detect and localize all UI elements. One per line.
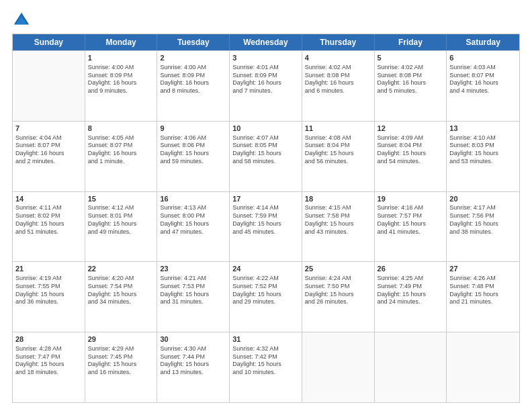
- sunset-text: Sunset: 7:49 PM: [378, 283, 444, 291]
- calendar-cell: 6Sunrise: 4:03 AMSunset: 8:07 PMDaylight…: [447, 51, 519, 121]
- day-number: 27: [449, 264, 517, 274]
- day-number: 9: [160, 124, 226, 134]
- calendar-cell: 28Sunrise: 4:28 AMSunset: 7:47 PMDayligh…: [13, 332, 85, 402]
- daylight-text-cont: and 29 minutes.: [232, 298, 299, 306]
- day-number: 28: [15, 334, 82, 345]
- calendar-cell: 18Sunrise: 4:15 AMSunset: 7:58 PMDayligh…: [302, 192, 375, 262]
- daylight-text: Daylight: 15 hours: [160, 291, 226, 299]
- sunrise-text: Sunrise: 4:02 AM: [378, 64, 444, 72]
- daylight-text-cont: and 58 minutes.: [232, 158, 299, 166]
- calendar-cell: [302, 332, 375, 402]
- calendar-cell: 24Sunrise: 4:22 AMSunset: 7:52 PMDayligh…: [230, 262, 302, 332]
- daylight-text-cont: and 8 minutes.: [160, 87, 226, 95]
- calendar-row: 14Sunrise: 4:11 AMSunset: 8:02 PMDayligh…: [13, 191, 519, 262]
- calendar-cell: 23Sunrise: 4:21 AMSunset: 7:53 PMDayligh…: [157, 262, 230, 332]
- daylight-text: Daylight: 15 hours: [88, 361, 154, 369]
- calendar-row: 1Sunrise: 4:00 AMSunset: 8:09 PMDaylight…: [13, 50, 519, 121]
- daylight-text-cont: and 41 minutes.: [378, 228, 444, 236]
- sunrise-text: Sunrise: 4:28 AM: [15, 345, 82, 353]
- daylight-text-cont: and 49 minutes.: [88, 228, 154, 236]
- sunset-text: Sunset: 8:04 PM: [378, 142, 444, 150]
- day-number: 17: [232, 194, 299, 204]
- daylight-text-cont: and 45 minutes.: [232, 228, 299, 236]
- sunrise-text: Sunrise: 4:08 AM: [305, 134, 371, 142]
- sunrise-text: Sunrise: 4:07 AM: [232, 134, 299, 142]
- weekday-header: Monday: [85, 34, 158, 50]
- sunrise-text: Sunrise: 4:24 AM: [305, 275, 371, 283]
- daylight-text-cont: and 59 minutes.: [160, 158, 226, 166]
- sunrise-text: Sunrise: 4:04 AM: [15, 134, 82, 142]
- calendar-cell: 13Sunrise: 4:10 AMSunset: 8:03 PMDayligh…: [447, 122, 519, 191]
- day-number: 4: [305, 53, 371, 63]
- sunrise-text: Sunrise: 4:14 AM: [232, 204, 299, 212]
- daylight-text: Daylight: 15 hours: [232, 291, 299, 299]
- sunset-text: Sunset: 7:42 PM: [232, 353, 299, 361]
- sunset-text: Sunset: 8:07 PM: [15, 142, 82, 150]
- daylight-text: Daylight: 15 hours: [449, 291, 517, 299]
- calendar-cell: 9Sunrise: 4:06 AMSunset: 8:06 PMDaylight…: [157, 122, 230, 191]
- daylight-text-cont: and 26 minutes.: [305, 298, 371, 306]
- sunset-text: Sunset: 7:52 PM: [232, 283, 299, 291]
- calendar-cell: 14Sunrise: 4:11 AMSunset: 8:02 PMDayligh…: [13, 192, 85, 262]
- sunset-text: Sunset: 7:48 PM: [449, 283, 517, 291]
- sunset-text: Sunset: 8:04 PM: [305, 142, 371, 150]
- sunset-text: Sunset: 8:08 PM: [305, 72, 371, 80]
- daylight-text-cont: and 24 minutes.: [378, 298, 444, 306]
- calendar-cell: 3Sunrise: 4:01 AMSunset: 8:09 PMDaylight…: [230, 51, 302, 121]
- daylight-text: Daylight: 15 hours: [378, 291, 444, 299]
- day-number: 21: [15, 264, 82, 274]
- sunrise-text: Sunrise: 4:05 AM: [88, 134, 154, 142]
- sunrise-text: Sunrise: 4:13 AM: [160, 204, 226, 212]
- sunrise-text: Sunrise: 4:16 AM: [378, 204, 444, 212]
- day-number: 8: [88, 124, 154, 134]
- calendar-cell: [447, 332, 519, 402]
- daylight-text-cont: and 47 minutes.: [160, 228, 226, 236]
- calendar-cell: 21Sunrise: 4:19 AMSunset: 7:55 PMDayligh…: [13, 262, 85, 332]
- sunrise-text: Sunrise: 4:09 AM: [378, 134, 444, 142]
- daylight-text: Daylight: 15 hours: [232, 361, 299, 369]
- daylight-text-cont: and 36 minutes.: [15, 298, 82, 306]
- daylight-text-cont: and 16 minutes.: [88, 369, 154, 377]
- daylight-text: Daylight: 15 hours: [305, 150, 371, 158]
- weekday-header: Sunday: [13, 34, 85, 50]
- daylight-text: Daylight: 15 hours: [88, 291, 154, 299]
- daylight-text: Daylight: 15 hours: [378, 220, 444, 228]
- sunset-text: Sunset: 8:03 PM: [449, 142, 517, 150]
- daylight-text-cont: and 7 minutes.: [232, 87, 299, 95]
- daylight-text-cont: and 10 minutes.: [232, 369, 299, 377]
- day-number: 13: [449, 124, 517, 134]
- sunrise-text: Sunrise: 4:03 AM: [449, 64, 517, 72]
- day-number: 30: [160, 334, 226, 345]
- daylight-text: Daylight: 16 hours: [160, 79, 226, 87]
- sunset-text: Sunset: 8:06 PM: [160, 142, 226, 150]
- day-number: 18: [305, 194, 371, 204]
- sunrise-text: Sunrise: 4:29 AM: [88, 345, 154, 353]
- sunset-text: Sunset: 7:50 PM: [305, 283, 371, 291]
- sunrise-text: Sunrise: 4:12 AM: [88, 204, 154, 212]
- day-number: 23: [160, 264, 226, 274]
- sunset-text: Sunset: 7:55 PM: [15, 283, 82, 291]
- sunset-text: Sunset: 7:57 PM: [378, 212, 444, 220]
- day-number: 20: [449, 194, 517, 204]
- day-number: 3: [232, 53, 299, 63]
- sunset-text: Sunset: 7:54 PM: [88, 283, 154, 291]
- day-number: 31: [232, 334, 299, 345]
- calendar-cell: 5Sunrise: 4:02 AMSunset: 8:08 PMDaylight…: [375, 51, 447, 121]
- daylight-text-cont: and 54 minutes.: [378, 158, 444, 166]
- daylight-text: Daylight: 15 hours: [305, 220, 371, 228]
- calendar-cell: 19Sunrise: 4:16 AMSunset: 7:57 PMDayligh…: [375, 192, 447, 262]
- calendar-cell: 4Sunrise: 4:02 AMSunset: 8:08 PMDaylight…: [302, 51, 375, 121]
- daylight-text: Daylight: 15 hours: [160, 150, 226, 158]
- sunset-text: Sunset: 8:05 PM: [232, 142, 299, 150]
- header: [12, 11, 520, 30]
- daylight-text: Daylight: 15 hours: [160, 361, 226, 369]
- calendar-header: SundayMondayTuesdayWednesdayThursdayFrid…: [13, 34, 519, 50]
- daylight-text-cont: and 38 minutes.: [449, 228, 517, 236]
- sunset-text: Sunset: 7:53 PM: [160, 283, 226, 291]
- weekday-header: Wednesday: [230, 34, 302, 50]
- sunrise-text: Sunrise: 4:02 AM: [305, 64, 371, 72]
- calendar-cell: [13, 51, 85, 121]
- sunrise-text: Sunrise: 4:20 AM: [88, 275, 154, 283]
- daylight-text: Daylight: 15 hours: [305, 291, 371, 299]
- daylight-text: Daylight: 15 hours: [15, 220, 82, 228]
